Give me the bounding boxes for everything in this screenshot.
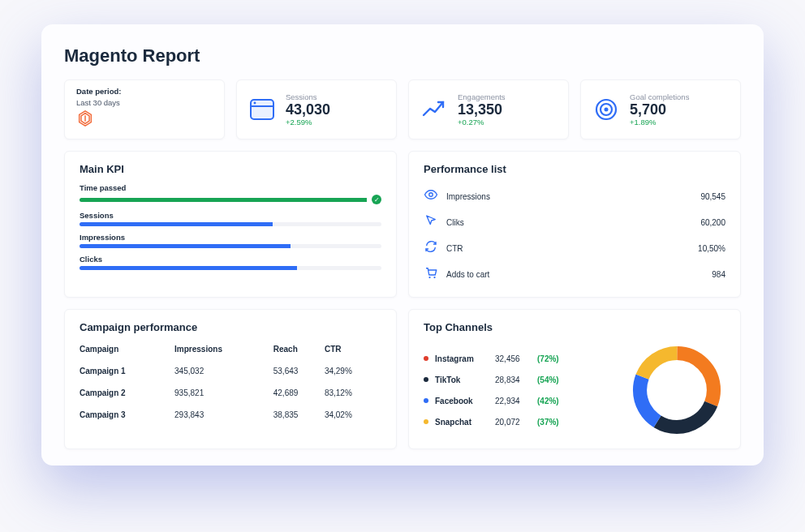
channel-pct: (54%) [537, 375, 559, 384]
table-cell: 42,689 [273, 382, 325, 404]
report-page: Magento Report Date period: Last 30 days… [41, 24, 764, 466]
table-row: Campaign 2935,82142,68983,12% [80, 382, 381, 404]
bar-fill [80, 222, 273, 226]
channel-name: Facebook [435, 397, 495, 405]
refresh-icon [424, 239, 438, 257]
table-cell: 38,835 [273, 404, 325, 426]
donut-chart [628, 341, 725, 439]
kpi-card-goal: Goal completions 5,700 +1.89% [580, 79, 741, 139]
table-cell: Campaign 2 [80, 382, 174, 404]
channel-dot-icon [424, 419, 428, 424]
date-period-value: Last 30 days [76, 98, 120, 107]
table-cell: 935,821 [174, 382, 273, 404]
bar-track [80, 266, 381, 270]
channel-dot-icon [424, 356, 428, 361]
bar-fill [80, 198, 367, 202]
table-cell: 83,12% [325, 382, 381, 404]
bar-track [80, 222, 381, 226]
kpi-value: 43,030 [286, 102, 330, 118]
kpi-label: Engagements [458, 92, 506, 101]
th-campaign: Campaign [80, 341, 174, 360]
channel-pct: (72%) [537, 354, 559, 363]
svg-point-7 [428, 277, 430, 278]
kpi-value: 13,350 [458, 102, 506, 118]
table-cell: Campaign 3 [80, 404, 174, 426]
perf-row: Adds to cart984 [424, 261, 725, 287]
channel-pct: (42%) [537, 397, 559, 405]
content-grid: Main KPI Time passed✓SessionsImpressions… [64, 151, 741, 449]
channel-value: 32,456 [495, 354, 537, 363]
table-cell: 293,843 [174, 404, 273, 426]
bar-list: Time passed✓SessionsImpressionsClicks [80, 183, 381, 270]
bar-fill [80, 244, 291, 248]
channel-row: Instagram32,456(72%) [424, 348, 618, 369]
check-icon: ✓ [372, 195, 381, 204]
kpi-bar-row: Sessions [80, 211, 381, 226]
kpi-value: 5,700 [630, 102, 689, 118]
table-row: Campaign 3293,84338,83534,02% [80, 404, 381, 426]
perf-row: Cliks60,200 [424, 209, 725, 235]
kpi-row: Date period: Last 30 days Sessions 43,03… [64, 79, 741, 139]
panel-title: Campaign performance [80, 321, 381, 333]
performance-list-panel: Performance list Impressions90,545Cliks6… [408, 151, 741, 298]
panel-title: Performance list [424, 163, 725, 175]
browser-icon [248, 96, 276, 123]
channel-row: TikTok28,834(54%) [424, 369, 618, 390]
svg-point-6 [429, 193, 433, 197]
channel-list: Instagram32,456(72%)TikTok28,834(54%)Fac… [424, 348, 618, 432]
kpi-label: Goal completions [630, 92, 689, 101]
kpi-bar-row: Impressions [80, 233, 381, 248]
perf-row: Impressions90,545 [424, 183, 725, 209]
channel-name: Instagram [435, 354, 495, 363]
perf-name: Impressions [446, 192, 700, 201]
perf-name: CTR [446, 244, 698, 253]
main-kpi-panel: Main KPI Time passed✓SessionsImpressions… [64, 151, 397, 298]
kpi-label: Sessions [286, 92, 330, 101]
kpi-bar-row: Time passed✓ [80, 183, 381, 204]
channel-name: TikTok [435, 375, 495, 384]
bar-label: Sessions [80, 211, 381, 220]
cart-icon [424, 265, 438, 283]
perf-name: Cliks [446, 218, 700, 227]
perf-value: 60,200 [700, 218, 725, 227]
bar-label: Clicks [80, 255, 381, 264]
eye-icon [424, 187, 438, 205]
th-ctr: CTR [325, 341, 381, 360]
svg-point-5 [605, 108, 609, 112]
magento-icon [76, 109, 94, 127]
th-reach: Reach [273, 341, 325, 360]
channel-pct: (37%) [537, 418, 559, 427]
perf-row: CTR10,50% [424, 235, 725, 261]
table-row: Campaign 1345,03253,64334,29% [80, 360, 381, 382]
channel-value: 28,834 [495, 375, 537, 384]
kpi-delta: +2.59% [286, 118, 330, 127]
table-cell: 345,032 [174, 360, 273, 382]
svg-point-2 [254, 102, 256, 105]
kpi-delta: +1.89% [630, 118, 689, 127]
bar-label: Impressions [80, 233, 381, 242]
table-cell: 34,29% [325, 360, 381, 382]
kpi-card-engagements: Engagements 13,350 +0.27% [408, 79, 569, 139]
kpi-bar-row: Clicks [80, 255, 381, 270]
channel-name: Snapchat [435, 418, 495, 427]
panel-title: Main KPI [80, 163, 381, 175]
perf-value: 10,50% [698, 244, 725, 253]
perf-list: Impressions90,545Cliks60,200CTR10,50%Add… [424, 183, 725, 287]
panel-title: Top Channels [424, 321, 725, 333]
kpi-delta: +0.27% [458, 118, 506, 127]
channel-row: Facebook22,934(42%) [424, 390, 618, 411]
target-icon [592, 96, 620, 123]
table-cell: 53,643 [273, 360, 325, 382]
cursor-icon [424, 213, 438, 231]
kpi-card-sessions: Sessions 43,030 +2.59% [236, 79, 397, 139]
perf-value: 984 [712, 270, 725, 279]
channel-dot-icon [424, 398, 428, 403]
top-channels-panel: Top Channels Instagram32,456(72%)TikTok2… [408, 309, 741, 449]
table-cell: Campaign 1 [80, 360, 174, 382]
channel-row: Snapchat20,072(37%) [424, 411, 618, 432]
channel-value: 20,072 [495, 418, 537, 427]
bar-track [80, 244, 381, 248]
page-title: Magento Report [64, 45, 741, 66]
bar-fill [80, 266, 297, 270]
channel-dot-icon [424, 377, 428, 382]
